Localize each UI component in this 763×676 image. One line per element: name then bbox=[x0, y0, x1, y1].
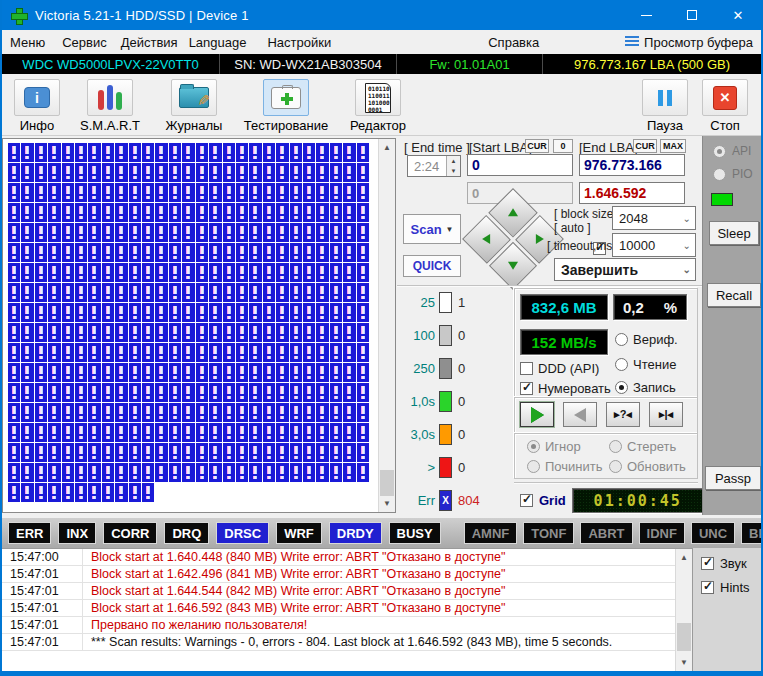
test-block bbox=[75, 283, 87, 302]
to-end-button[interactable]: ▸|◂ bbox=[649, 402, 683, 427]
close-button[interactable]: ✕ bbox=[715, 0, 761, 30]
test-block bbox=[129, 443, 141, 462]
title-bar: Victoria 5.21-1 HDD/SSD | Device 1 ✕ bbox=[2, 0, 761, 30]
smart-button[interactable]: S.M.A.R.T bbox=[68, 79, 152, 133]
block-map-scrollbar[interactable]: ▲ ▼ bbox=[378, 139, 395, 512]
start-zero-button[interactable]: 0 bbox=[553, 139, 573, 153]
grid-checkbox[interactable] bbox=[520, 494, 533, 507]
remap-ignore-radio[interactable]: Игнор bbox=[527, 439, 581, 454]
start-cur-button[interactable]: CUR bbox=[525, 139, 549, 153]
mode-verify-radio[interactable]: Вериф. bbox=[615, 332, 678, 347]
menu-item-6[interactable]: Справка bbox=[488, 35, 539, 50]
spin-up-icon[interactable]: ▲ bbox=[447, 156, 460, 166]
numerate-checkbox[interactable]: Нумеровать bbox=[520, 381, 611, 396]
scan-button[interactable]: Scan▼ bbox=[403, 214, 461, 244]
timeout-select[interactable]: 10000⌄ bbox=[612, 233, 696, 257]
back-button[interactable] bbox=[563, 402, 597, 427]
testing-icon-box bbox=[263, 79, 309, 116]
end-time-spinner[interactable]: ▲▼ bbox=[446, 156, 460, 176]
test-block bbox=[236, 223, 248, 242]
test-block bbox=[88, 163, 100, 182]
test-block bbox=[182, 243, 194, 262]
menu-item-2[interactable]: Сервис bbox=[62, 35, 107, 50]
spin-down-icon[interactable]: ▼ bbox=[447, 166, 460, 176]
maximize-button[interactable] bbox=[669, 0, 715, 30]
scroll-up-icon[interactable]: ▲ bbox=[379, 139, 395, 156]
journals-button[interactable]: Журналы bbox=[152, 79, 236, 133]
end-max-button[interactable]: MAX bbox=[660, 139, 686, 153]
recall-button[interactable]: Recall bbox=[707, 283, 761, 307]
log-row: 15:47:01Block start at 1.644.544 (842 MB… bbox=[2, 583, 692, 600]
test-block bbox=[263, 343, 275, 362]
quick-button[interactable]: QUICK bbox=[403, 255, 461, 277]
info-button[interactable]: i Инфо bbox=[6, 79, 68, 133]
remap-repair-radio[interactable]: Починить bbox=[527, 459, 603, 474]
test-block bbox=[223, 203, 235, 222]
test-block bbox=[343, 143, 355, 162]
end-lba-input[interactable]: 976.773.166 bbox=[579, 154, 685, 176]
menu-item-3[interactable]: Действия bbox=[121, 35, 178, 50]
test-block bbox=[357, 163, 369, 182]
play-button[interactable] bbox=[520, 402, 554, 427]
scroll-thumb[interactable] bbox=[677, 623, 691, 651]
minimize-button[interactable] bbox=[623, 0, 669, 30]
test-block bbox=[263, 303, 275, 322]
test-block bbox=[276, 203, 288, 222]
log-scrollbar[interactable]: ▲ ▼ bbox=[675, 549, 692, 671]
remap-erase-radio[interactable]: Стереть bbox=[609, 439, 676, 454]
test-block bbox=[343, 343, 355, 362]
scroll-thumb[interactable] bbox=[380, 470, 394, 496]
test-block bbox=[236, 383, 248, 402]
end-time-field[interactable]: 2:24 ▲▼ bbox=[407, 155, 461, 177]
buffer-view-button[interactable]: Просмотр буфера bbox=[625, 35, 753, 50]
test-block bbox=[48, 283, 60, 302]
info-icon: i bbox=[24, 87, 50, 108]
test-block bbox=[209, 303, 221, 322]
after-action-select[interactable]: Завершить⌄ bbox=[554, 258, 696, 281]
test-block bbox=[316, 183, 328, 202]
test-block bbox=[169, 463, 181, 482]
mode-read-radio[interactable]: Чтение bbox=[615, 357, 676, 372]
test-block bbox=[8, 143, 20, 162]
hints-checkbox[interactable]: Hints bbox=[701, 580, 761, 595]
api-radio[interactable]: API bbox=[713, 144, 751, 158]
test-block bbox=[343, 403, 355, 422]
pio-radio[interactable]: PIO bbox=[713, 167, 753, 181]
scroll-down-icon[interactable]: ▼ bbox=[379, 495, 395, 512]
test-block bbox=[129, 283, 141, 302]
radio-icon bbox=[609, 460, 622, 473]
test-block bbox=[21, 263, 33, 282]
test-block bbox=[115, 303, 127, 322]
register-err: ERR bbox=[8, 522, 51, 544]
test-block bbox=[88, 463, 100, 482]
percent-lcd: 0,2 % bbox=[613, 294, 687, 320]
remap-refresh-radio[interactable]: Обновить bbox=[609, 459, 686, 474]
editor-button[interactable]: 010110 110011 101000 0001 Редактор bbox=[336, 79, 420, 133]
ddd-checkbox[interactable]: DDD (API) bbox=[520, 361, 599, 376]
testing-button[interactable]: Тестирование bbox=[236, 79, 336, 133]
sound-checkbox[interactable]: Звук bbox=[701, 556, 761, 571]
test-block bbox=[182, 283, 194, 302]
menu-item-5[interactable]: Настройки bbox=[267, 35, 331, 50]
test-block bbox=[129, 463, 141, 482]
menu-item-4[interactable]: Language bbox=[189, 35, 247, 50]
test-block bbox=[263, 183, 275, 202]
pause-button[interactable]: Пауза bbox=[635, 79, 695, 133]
test-block bbox=[21, 403, 33, 422]
scan-jump-button[interactable]: ▸?◂ bbox=[606, 402, 640, 427]
block-size-select[interactable]: 2048⌄ bbox=[612, 206, 696, 230]
sleep-button[interactable]: Sleep bbox=[709, 221, 759, 245]
end-cur-button[interactable]: CUR bbox=[633, 139, 657, 153]
test-block bbox=[169, 223, 181, 242]
info-label: Инфо bbox=[20, 118, 54, 133]
scroll-up-icon[interactable]: ▲ bbox=[676, 549, 692, 566]
menu-item-1[interactable]: Меню bbox=[10, 35, 45, 50]
stop-button[interactable]: ✕ Стоп bbox=[695, 79, 755, 133]
test-block bbox=[35, 483, 47, 502]
passp-button[interactable]: Passp bbox=[705, 466, 761, 490]
mode-write-radio[interactable]: Запись bbox=[615, 380, 676, 395]
scroll-down-icon[interactable]: ▼ bbox=[676, 654, 692, 671]
test-block bbox=[142, 323, 154, 342]
start-lba-input[interactable]: 0 bbox=[467, 154, 573, 176]
test-block bbox=[209, 223, 221, 242]
